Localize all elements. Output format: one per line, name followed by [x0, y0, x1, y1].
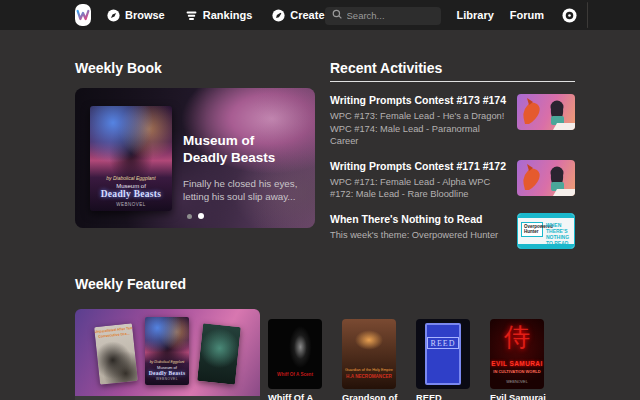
cover-text-line2: H.A NECROMANCER: [342, 374, 396, 379]
reed-book-shape: REED: [425, 323, 461, 385]
activity-item[interactable]: When There's Nothing to Read This week's…: [330, 213, 575, 249]
nav-rankings-label: Rankings: [203, 9, 253, 21]
recent-activities-heading: Recent Activities: [330, 60, 575, 77]
activity-thumbnail-dragon: [517, 94, 575, 130]
thumb-bottom-strip: [518, 244, 574, 248]
cover-brand: WEBNOVEL: [145, 377, 189, 381]
nav-forum[interactable]: Forum: [510, 9, 544, 21]
weekly-book-heading: Weekly Book: [75, 60, 315, 77]
weekly-featured-section: Weekly Featured Unparalleled After Ten C…: [75, 276, 575, 400]
webnovel-page: Browse Rankings Create: [0, 0, 640, 400]
book-cover-museum-of-deadly-beasts: by Diabolical Eggplant Museum of Deadly …: [90, 106, 172, 211]
center-book-cover-museum: by Diabolical Eggplant Museum of Deadly …: [145, 317, 189, 385]
top-nav-bar: Browse Rankings Create: [0, 0, 640, 30]
kanji-glyph: 侍: [490, 320, 544, 355]
activity-subtitle: This week's theme: Overpowered Hunter: [330, 229, 507, 242]
nav-rankings[interactable]: Rankings: [185, 9, 253, 22]
featured-book-whiff-of-a-scent[interactable]: Whiff Of A Scent Whiff Of A Scent Horror…: [268, 319, 322, 400]
thumb-caps-text: WHEN THERE'S NOTHING TO READ: [546, 222, 572, 246]
cover-byline: by Diabolical Eggplant: [145, 360, 189, 364]
carousel-dot-2-active[interactable]: [198, 213, 204, 219]
featured-collage: Unparalleled After Ten Consecutive Dra..…: [75, 309, 260, 396]
thumb-badge-text: Overpowered Hunter: [521, 222, 543, 237]
weekly-featured-heading: Weekly Featured: [75, 276, 575, 293]
featured-main-card[interactable]: Unparalleled After Ten Consecutive Dra..…: [75, 309, 260, 400]
side-book-cover-right: [197, 323, 241, 385]
nav-browse-label: Browse: [125, 9, 165, 21]
cover-text: REED: [427, 337, 460, 349]
cover-brand: WEBNOVEL: [490, 380, 544, 384]
pen-icon: [272, 9, 285, 22]
book-cover: Whiff Of A Scent: [268, 319, 322, 389]
book-title: Evil Samurai In Cultivatio...: [490, 393, 550, 400]
theme-toggle-icon: [562, 8, 577, 23]
featured-book-grandson-of-the-holy[interactable]: Guardian of the Holy Empire H.A NECROMAN…: [342, 319, 396, 400]
logo-w-icon: [75, 7, 91, 23]
cover-brand: WEBNOVEL: [90, 202, 172, 207]
section-divider: [330, 81, 575, 82]
side-book-cover-left: Unparalleled After Ten Consecutive Dra..…: [94, 323, 138, 385]
cover-title-line2: Deadly Beasts: [90, 189, 172, 199]
weekly-book-description: Finally he closed his eyes, letting his …: [183, 177, 301, 203]
rankings-icon: [185, 9, 198, 22]
dragon-illustration: [517, 94, 575, 130]
cover-text: Whiff Of A Scent: [268, 372, 322, 377]
carousel-dot-1[interactable]: [187, 214, 192, 219]
featured-book-evil-samurai[interactable]: 侍 EVIL SAMURAI IN CULTIVATION WORLD WEBN…: [490, 319, 544, 400]
weekly-book-title: Museum of Deadly Beasts: [183, 132, 301, 166]
avatar-image: [587, 2, 588, 28]
thumb-top-strip: [518, 214, 574, 218]
cover-text-line2: IN CULTIVATION WORLD: [490, 369, 544, 374]
cover-byline: by Diabolical Eggplant: [90, 175, 172, 181]
activity-item[interactable]: Writing Prompts Contest #173 #174 WPC #1…: [330, 94, 575, 148]
book-title: Whiff Of A Scent: [268, 393, 328, 400]
search-box: [325, 5, 441, 25]
book-title: REED: [416, 393, 476, 400]
featured-book-reed[interactable]: REED REED Fantasy: [416, 319, 470, 400]
nav-library[interactable]: Library: [457, 9, 494, 21]
compass-icon: [107, 9, 120, 22]
weekly-book-card[interactable]: by Diabolical Eggplant Museum of Deadly …: [75, 88, 315, 228]
book-cover: 侍 EVIL SAMURAI IN CULTIVATION WORLD WEBN…: [490, 319, 544, 389]
carousel-dots: [75, 213, 315, 219]
dragon-illustration: [517, 160, 575, 196]
recent-activities-section: Recent Activities Writing Prompts Contes…: [330, 60, 575, 249]
featured-main-title: Museum of Deadly Beasts: [75, 396, 260, 400]
book-title: Grandson of the Holy...: [342, 393, 402, 400]
book-cover: REED: [416, 319, 470, 389]
nav-create-label: Create: [290, 9, 324, 21]
theme-toggle[interactable]: [562, 8, 577, 23]
activity-thumbnail-dragon: [517, 160, 575, 196]
activity-title: Writing Prompts Contest #173 #174: [330, 94, 507, 107]
webnovel-logo[interactable]: [75, 4, 91, 26]
book-cover: Guardian of the Holy Empire H.A NECROMAN…: [342, 319, 396, 389]
user-avatar[interactable]: [587, 2, 588, 28]
main-nav: Browse Rankings Create: [107, 9, 325, 22]
search-icon: [332, 9, 342, 19]
activity-subtitle: WPC #173: Female Lead - He's a Dragon! W…: [330, 110, 507, 148]
nav-create[interactable]: Create: [272, 9, 324, 22]
activity-title: Writing Prompts Contest #171 #172: [330, 160, 507, 173]
activity-subtitle: WPC #171: Female Lead - Alpha WPC #172: …: [330, 176, 507, 201]
activity-title: When There's Nothing to Read: [330, 213, 507, 226]
nav-browse[interactable]: Browse: [107, 9, 165, 22]
activity-item[interactable]: Writing Prompts Contest #171 #172 WPC #1…: [330, 160, 575, 201]
featured-row: Unparalleled After Ten Consecutive Dra..…: [75, 309, 575, 400]
main-content: Weekly Book by Diabolical Eggplant Museu…: [0, 30, 640, 400]
cover-text-line1: Guardian of the Holy Empire: [342, 368, 396, 372]
cover-title-line2: Deadly Beasts: [145, 370, 189, 376]
activity-thumbnail-overpowered-hunter: Overpowered Hunter WHEN THERE'S NOTHING …: [517, 213, 575, 249]
weekly-book-section: Weekly Book by Diabolical Eggplant Museu…: [75, 60, 315, 249]
cover-text-line1: EVIL SAMURAI: [490, 360, 544, 367]
side-cover-text: Unparalleled After Ten Consecutive Dra..…: [94, 323, 133, 339]
search-input[interactable]: [325, 7, 441, 25]
